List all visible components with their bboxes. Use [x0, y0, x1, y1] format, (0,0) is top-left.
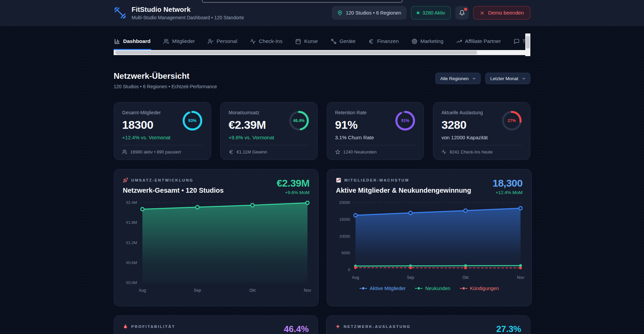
revenue-y-axis: €2.4M€1.8M€1.2M€0.6M€0.0M — [123, 200, 140, 286]
profitability-card: $ PROFITABILITÄT Gewinnmarge & Profit-En… — [114, 315, 318, 334]
notification-dot — [464, 8, 467, 11]
lightning-icon — [335, 324, 341, 329]
tab-label: Kurse — [304, 38, 318, 44]
region-filter-value: Alle Regionen — [440, 76, 468, 81]
region-filter-select[interactable]: Alle Regionen — [435, 73, 481, 84]
end-demo-button[interactable]: Demo beenden — [473, 6, 530, 20]
active-members-label: 3280 Aktiv — [422, 10, 445, 16]
tab-label: Affiliate Partner — [465, 38, 501, 44]
activity-icon — [441, 149, 446, 154]
x-tick-label: Sep — [407, 275, 414, 280]
x-tick-label: Okt — [462, 275, 469, 280]
members-legend: Aktive MitgliederNeukundenKündigungen — [336, 286, 523, 291]
legend-item-kündigungen: Kündigungen — [460, 286, 499, 291]
revenue-chart-svg — [140, 200, 309, 286]
members-chart-card: MITGLIEDER-WACHSTUM Aktive Mitglieder & … — [327, 169, 532, 306]
tab-label: Geräte — [340, 38, 355, 44]
star-icon — [335, 149, 340, 154]
kpi-footer: 8241 Check-Ins heute — [441, 145, 522, 154]
members-chart-title: Aktive Mitglieder & Neukundengewinnung — [336, 187, 471, 194]
y-tick-label: €2.4M — [126, 200, 137, 205]
legend-label: Neukunden — [425, 286, 450, 291]
tab-bar-wrap: DashboardMitgliederPersonalCheck-InsKurs… — [114, 35, 530, 55]
members-chart-svg — [353, 200, 523, 273]
period-filter-select[interactable]: Letzter Monat — [485, 73, 530, 84]
page-title: Netzwerk-Übersicht — [114, 71, 217, 81]
kpi-sub: +12.4% vs. Vormonat — [122, 135, 203, 140]
app-subtitle: Multi-Studio Management Dashboard • 120 … — [132, 15, 244, 20]
kpi-footer-text: 1240 Neukunden — [343, 149, 377, 154]
tab-affiliate-partner[interactable]: Affiliate Partner — [456, 35, 502, 50]
kpi-card-aktuelle-auslastung: Aktuelle Auslastung3280von 12000 Kapazit… — [433, 102, 530, 160]
bar-chart-icon — [114, 39, 120, 44]
progress-ring: 27% — [502, 111, 522, 131]
money-bag-icon: $ — [123, 324, 128, 329]
legend-item-aktive-mitglieder: Aktive Mitglieder — [360, 286, 406, 291]
revenue-chart-eyebrow: UMSATZ-ENTWICKLUNG — [131, 178, 193, 182]
progress-ring-label: 46.4% — [289, 111, 309, 131]
tab-check-ins[interactable]: Check-Ins — [249, 35, 283, 50]
legend-label: Aktive Mitglieder — [370, 286, 406, 291]
x-tick-label: Sep — [194, 288, 201, 293]
kpi-footer: 16980 aktiv • 890 pausiert — [122, 145, 203, 154]
app-header: FitStudio Network Multi-Studio Managemen… — [0, 0, 644, 26]
utilization-eyebrow: NETZWERK-AUSLASTUNG — [344, 325, 411, 329]
kpi-footer-text: 8241 Check-Ins heute — [450, 149, 492, 154]
progress-ring: 46.4% — [289, 111, 309, 131]
tab-label: Marketing — [420, 38, 443, 44]
studios-regions-label: 120 Studios • 6 Regionen — [346, 10, 401, 16]
kpi-sub: +9.6% vs. Vormonat — [229, 135, 309, 140]
tab-marketing[interactable]: Marketing — [411, 35, 444, 50]
dumbbell-logo-icon — [114, 6, 127, 19]
y-tick-label: €1.8M — [126, 220, 137, 224]
tab-label: Mitglieder — [172, 38, 195, 44]
kpi-footer: 1240 Neukunden — [335, 145, 416, 154]
revenue-chart-card: UMSATZ-ENTWICKLUNG Netzwerk-Gesamt • 120… — [114, 169, 319, 306]
horizontal-scrollbar-thumb[interactable] — [115, 51, 477, 54]
utilization-stat: 27.3% — [496, 324, 521, 334]
members-y-axis: 20000150001000050000 — [336, 200, 353, 273]
kpi-card-monatsumsatz: Monatsumsatz€2.39M+9.6% vs. Vormonat€1.1… — [220, 102, 318, 160]
kpi-card-gesamt-mitglieder: Gesamt-Mitglieder18300+12.4% vs. Vormona… — [114, 102, 211, 160]
chevron-down-icon — [472, 76, 476, 81]
revenue-chart-title: Netzwerk-Gesamt • 120 Studios — [123, 187, 224, 194]
end-demo-label: Demo beenden — [488, 10, 524, 16]
tab-dashboard[interactable]: Dashboard — [114, 35, 151, 50]
members-plot — [353, 200, 523, 274]
tab-tickets[interactable]: Tickets — [513, 35, 525, 50]
revenue-stat-value: €2.39M — [277, 177, 309, 189]
calendar-icon — [295, 39, 301, 44]
y-tick-label: €1.2M — [126, 241, 137, 245]
dumbbell-icon — [331, 39, 337, 44]
tab-bar: DashboardMitgliederPersonalCheck-InsKurs… — [114, 35, 525, 50]
progress-ring: 93% — [182, 111, 203, 131]
profitability-eyebrow: PROFITABILITÄT — [131, 325, 175, 329]
y-tick-label: €0.6M — [126, 261, 137, 265]
tab-mitglieder[interactable]: Mitglieder — [163, 35, 196, 50]
revenue-x-axis: AugSepOktNov — [140, 288, 309, 294]
tab-finanzen[interactable]: Finanzen — [368, 35, 399, 50]
members-x-axis: AugSepOktNov — [353, 275, 523, 281]
studios-regions-badge: 120 Studios • 6 Regionen — [332, 6, 407, 20]
status-dot-icon — [417, 11, 419, 14]
kpi-footer-text: 16980 aktiv • 890 pausiert — [130, 149, 181, 154]
tab-geräte[interactable]: Geräte — [330, 35, 356, 50]
active-members-badge: 3280 Aktiv — [411, 6, 451, 20]
x-tick-label: Nov — [517, 275, 524, 280]
target-icon — [412, 39, 417, 44]
rocket-icon — [123, 177, 128, 183]
tab-label: Dashboard — [123, 38, 151, 44]
user-check-icon — [208, 39, 213, 44]
x-tick-label: Nov — [304, 288, 311, 293]
tab-personal[interactable]: Personal — [207, 35, 238, 50]
vertical-scrollbar-thumb[interactable] — [526, 36, 530, 49]
svg-text:$: $ — [124, 326, 126, 328]
legend-line-dot-icon — [460, 287, 467, 290]
tab-label: Check-Ins — [259, 38, 282, 44]
notifications-button[interactable] — [455, 6, 469, 20]
members-stat-sub: +12.4% MoM — [492, 190, 523, 195]
chart-up-icon — [336, 177, 341, 183]
top-overlay-artifact — [202, 0, 402, 3]
euro-icon — [368, 39, 374, 44]
tab-kurse[interactable]: Kurse — [295, 35, 319, 50]
